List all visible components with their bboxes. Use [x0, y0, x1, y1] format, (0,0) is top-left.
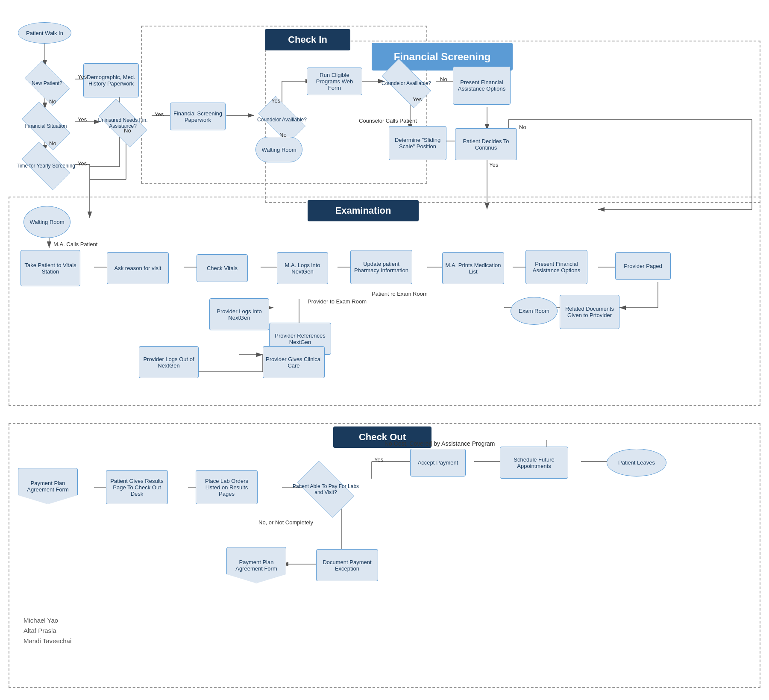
- determine-sliding-node: Determine "Sliding Scale" Position: [389, 126, 446, 160]
- exam-room-node: Exam Room: [511, 297, 558, 325]
- patient-walkin-node: Patient Walk In: [18, 22, 71, 44]
- time-yes-label: Yes: [78, 160, 87, 167]
- waiting-room-main-node: Walting Room: [23, 206, 70, 238]
- counselor1-yes-label: Yes: [271, 97, 280, 104]
- patient-exam-room-label: Patient ro Exam Room: [372, 291, 428, 297]
- ma-logs-nextgen-node: M.A. Logs into NextGen: [277, 252, 328, 284]
- checkin-header: Check In: [265, 29, 350, 50]
- update-pharmacy-node: Update patient Pharmacy Information: [350, 250, 412, 284]
- waiting-room-top-node: Walting Room: [255, 137, 302, 162]
- no-not-completely-label: No, or Not Completely: [258, 519, 313, 526]
- counselor2-no-label: No: [440, 76, 447, 82]
- patient-decides-yes-label: Yes: [489, 162, 498, 168]
- flowchart-container: Check In Financial Screening Examination…: [0, 0, 769, 700]
- provider-gives-node: Provider Gives Clinical Care: [263, 346, 325, 378]
- patient-decides-node: Patient Decides To Continus: [455, 128, 517, 160]
- patient-decides-no-label: No: [519, 124, 526, 130]
- new-patient-no-label: No: [49, 98, 56, 105]
- ma-calls-label: M.A. Calls Patient: [53, 241, 97, 247]
- accept-payment-node: Accept Payment: [410, 449, 466, 476]
- place-lab-orders-node: Place Lab Orders Listed on Results Pages: [196, 470, 258, 504]
- patient-leaves-node: Patient Leaves: [607, 449, 666, 476]
- financial-yes-label: Yes: [78, 116, 87, 123]
- time-yearly-node: Time for Yearly Screening: [15, 149, 77, 183]
- examination-border: [9, 197, 760, 406]
- demographic-node: Demographic, Med. History Paperwork: [83, 63, 139, 97]
- patient-able-node: Pattent Able To Pay For Labs and Visit?: [291, 468, 361, 511]
- provider-paged-node: Provider Paged: [615, 252, 671, 280]
- check-vitals-node: Check Vitals: [197, 254, 248, 282]
- document-payment-node: Document Payment Exception: [316, 549, 378, 581]
- counselor-calls-label: Counselor Calls Patient: [359, 118, 417, 124]
- uninsured-node: Uninsured Needs Fin. Assistance?: [92, 106, 154, 140]
- no-cost-label: No Cost, Covered by Assistance Program: [384, 440, 495, 447]
- ask-reason-node: Ask reason for visit: [107, 252, 169, 284]
- provider-logs-out-node: Provider Logs Out of NextGen: [139, 346, 199, 378]
- run-eligible-node: Run Eligible Programs Web Form: [307, 68, 362, 95]
- examination-header: Examination: [308, 200, 419, 221]
- present-financial2-node: Present Financial Assistance Options: [525, 250, 587, 284]
- counselor-available2-node: Coundelor Availlable?: [374, 66, 438, 100]
- provider-logs-nextgen-node: Provider Logs Into NextGen: [209, 298, 269, 330]
- take-vitals-node: Take Patient to Vitals Station: [21, 250, 80, 286]
- counselor1-no-label: No: [279, 132, 287, 138]
- present-financial-top-node: Present Financial Assistance Options: [453, 66, 511, 105]
- new-patient-yes-label: Yes: [78, 74, 87, 80]
- new-patient-node: New Patient?: [19, 66, 75, 100]
- financial-screening-paperwork-node: Financial Screening Paperwork: [170, 103, 226, 130]
- patient-gives-results-node: Patient Gives Results Page To Check Out …: [106, 470, 168, 504]
- provider-to-exam-label: Provider to Exam Room: [308, 298, 367, 305]
- counselor2-yes-label: Yes: [413, 96, 422, 103]
- related-docs-node: Related Documents Given to Prtovider: [560, 295, 619, 329]
- patient-able-yes-label: Yes: [374, 456, 383, 463]
- uninsured-no-label: No: [124, 127, 131, 134]
- financial-no-label: No: [49, 140, 56, 147]
- uninsured-yes-label: Yes: [155, 111, 164, 118]
- schedule-future-node: Schedule Future Appointments: [500, 447, 568, 479]
- financial-screening-border: [265, 41, 760, 203]
- financial-situation-node: Financial Situation: [15, 109, 77, 143]
- credits: Michael Yao Altaf Prasla Mandi Taveechai: [23, 615, 71, 646]
- ma-prints-node: M.A. Prints Medication List: [442, 252, 504, 284]
